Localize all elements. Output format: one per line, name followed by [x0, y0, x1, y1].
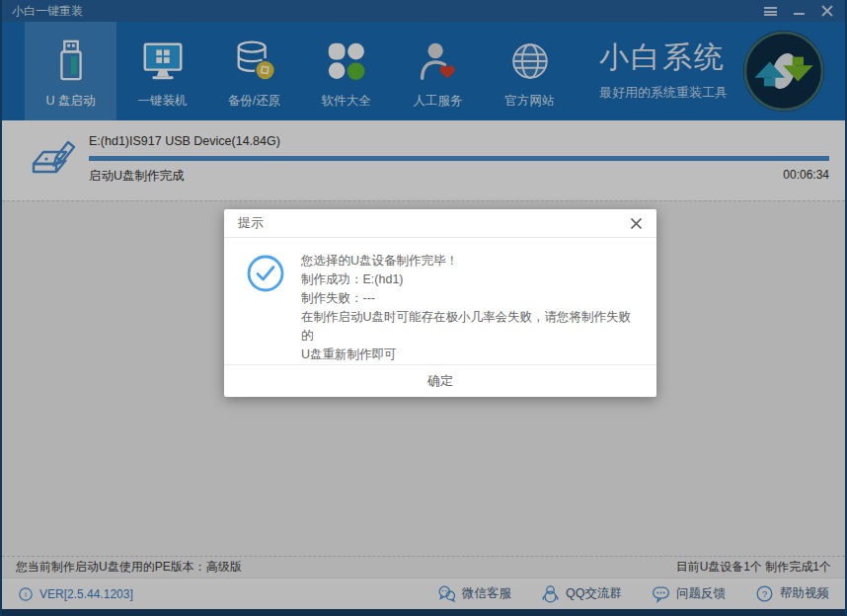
dialog-line: 在制作启动U盘时可能存在极小几率会失败，请您将制作失败的: [301, 308, 639, 346]
app-window: 小白一键重装 U 盘启动: [0, 0, 847, 616]
dialog-header: 提示: [224, 209, 656, 238]
dialog-message: 您选择的U盘设备制作完毕！ 制作成功：E:(hd1) 制作失败：--- 在制作启…: [301, 252, 639, 364]
dialog-line: 制作失败：---: [301, 289, 639, 308]
dialog-line: 您选择的U盘设备制作完毕！: [301, 252, 639, 270]
dialog-body: 您选择的U盘设备制作完毕！ 制作成功：E:(hd1) 制作失败：--- 在制作启…: [224, 238, 656, 364]
dialog-footer: 确定: [224, 364, 656, 397]
dialog-title: 提示: [238, 214, 264, 232]
dialog-line: U盘重新制作即可: [301, 346, 639, 364]
success-check-icon: [246, 254, 285, 364]
ok-button[interactable]: 确定: [400, 368, 481, 394]
dialog-line: 制作成功：E:(hd1): [301, 270, 639, 289]
tip-dialog: 提示 您选择的U盘设备制作完毕！ 制作成功：E:(hd1) 制作失败：--- 在…: [224, 209, 656, 397]
dialog-close-icon[interactable]: [630, 217, 643, 230]
